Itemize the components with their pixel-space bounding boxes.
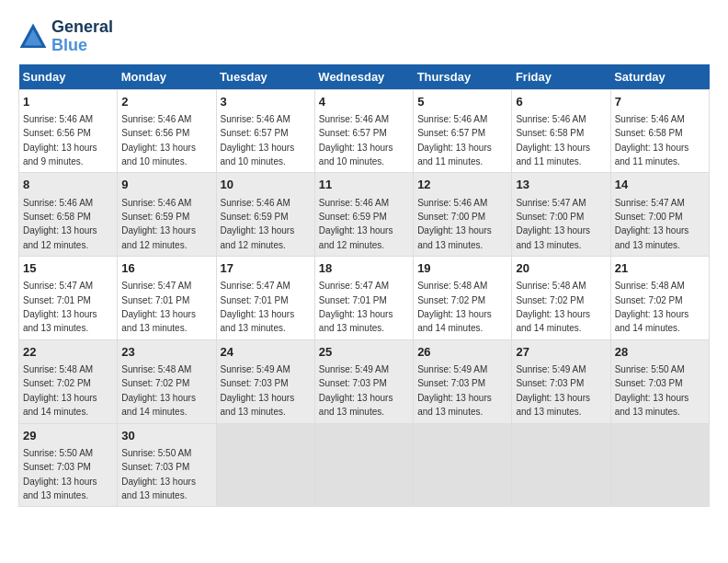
calendar-week-row: 1Sunrise: 5:46 AMSunset: 6:56 PMDaylight… — [19, 89, 710, 173]
cell-content: Sunrise: 5:46 AMSunset: 6:59 PMDaylight:… — [121, 198, 196, 250]
calendar-cell: 15Sunrise: 5:47 AMSunset: 7:01 PMDayligh… — [19, 257, 118, 340]
cell-content: Sunrise: 5:50 AMSunset: 7:03 PMDaylight:… — [23, 448, 97, 500]
calendar-cell: 1Sunrise: 5:46 AMSunset: 6:56 PMDaylight… — [19, 89, 118, 173]
calendar-cell — [314, 423, 413, 507]
cell-content: Sunrise: 5:48 AMSunset: 7:02 PMDaylight:… — [516, 281, 590, 333]
day-number: 7 — [615, 94, 705, 110]
calendar-cell: 24Sunrise: 5:49 AMSunset: 7:03 PMDayligh… — [216, 339, 314, 423]
calendar-cell: 13Sunrise: 5:47 AMSunset: 7:00 PMDayligh… — [512, 173, 610, 257]
cell-content: Sunrise: 5:47 AMSunset: 7:00 PMDaylight:… — [615, 198, 689, 250]
cell-content: Sunrise: 5:48 AMSunset: 7:02 PMDaylight:… — [121, 364, 196, 417]
calendar-cell: 17Sunrise: 5:47 AMSunset: 7:01 PMDayligh… — [216, 257, 314, 340]
calendar-cell: 9Sunrise: 5:46 AMSunset: 6:59 PMDaylight… — [118, 173, 216, 257]
day-number: 11 — [319, 177, 409, 193]
cell-content: Sunrise: 5:46 AMSunset: 6:56 PMDaylight:… — [23, 114, 97, 167]
cell-content: Sunrise: 5:48 AMSunset: 7:02 PMDaylight:… — [417, 281, 492, 333]
calendar-cell: 14Sunrise: 5:47 AMSunset: 7:00 PMDayligh… — [610, 173, 709, 257]
day-number: 17 — [221, 260, 311, 277]
calendar-cell: 5Sunrise: 5:46 AMSunset: 6:57 PMDaylight… — [414, 89, 512, 173]
calendar-cell: 10Sunrise: 5:46 AMSunset: 6:59 PMDayligh… — [216, 173, 314, 257]
cell-content: Sunrise: 5:46 AMSunset: 6:57 PMDaylight:… — [319, 114, 393, 167]
calendar-cell: 25Sunrise: 5:49 AMSunset: 7:03 PMDayligh… — [314, 339, 413, 423]
calendar-week-row: 8Sunrise: 5:46 AMSunset: 6:58 PMDaylight… — [19, 173, 710, 257]
cell-content: Sunrise: 5:46 AMSunset: 6:58 PMDaylight:… — [516, 114, 590, 167]
cell-content: Sunrise: 5:47 AMSunset: 7:01 PMDaylight:… — [121, 281, 196, 333]
day-number: 4 — [319, 94, 409, 110]
calendar-cell: 23Sunrise: 5:48 AMSunset: 7:02 PMDayligh… — [118, 339, 216, 423]
day-number: 25 — [319, 344, 409, 361]
calendar-body: 1Sunrise: 5:46 AMSunset: 6:56 PMDaylight… — [19, 89, 710, 507]
calendar-header-cell: Wednesday — [314, 64, 413, 90]
cell-content: Sunrise: 5:46 AMSunset: 6:57 PMDaylight:… — [221, 114, 295, 167]
calendar-week-row: 29Sunrise: 5:50 AMSunset: 7:03 PMDayligh… — [19, 423, 710, 507]
day-number: 16 — [121, 260, 211, 277]
day-number: 13 — [516, 177, 606, 193]
page-header: General Blue — [18, 18, 710, 55]
calendar-table: SundayMondayTuesdayWednesdayThursdayFrid… — [18, 64, 710, 508]
calendar-cell: 22Sunrise: 5:48 AMSunset: 7:02 PMDayligh… — [19, 339, 118, 423]
calendar-header-cell: Sunday — [19, 64, 118, 90]
calendar-cell: 8Sunrise: 5:46 AMSunset: 6:58 PMDaylight… — [19, 173, 118, 257]
day-number: 30 — [121, 428, 211, 444]
day-number: 20 — [516, 260, 606, 277]
calendar-week-row: 22Sunrise: 5:48 AMSunset: 7:02 PMDayligh… — [19, 339, 710, 423]
calendar-cell: 16Sunrise: 5:47 AMSunset: 7:01 PMDayligh… — [118, 257, 216, 340]
calendar-header-cell: Saturday — [610, 64, 709, 90]
day-number: 15 — [23, 260, 113, 277]
calendar-cell: 11Sunrise: 5:46 AMSunset: 6:59 PMDayligh… — [314, 173, 413, 257]
day-number: 14 — [615, 177, 705, 193]
logo-icon — [18, 22, 48, 52]
cell-content: Sunrise: 5:50 AMSunset: 7:03 PMDaylight:… — [615, 364, 689, 417]
calendar-cell: 7Sunrise: 5:46 AMSunset: 6:58 PMDaylight… — [610, 89, 709, 173]
day-number: 29 — [23, 428, 113, 444]
day-number: 1 — [23, 94, 113, 110]
cell-content: Sunrise: 5:47 AMSunset: 7:00 PMDaylight:… — [516, 198, 590, 250]
day-number: 6 — [516, 94, 606, 110]
day-number: 10 — [221, 177, 311, 193]
cell-content: Sunrise: 5:49 AMSunset: 7:03 PMDaylight:… — [516, 364, 590, 417]
calendar-cell: 6Sunrise: 5:46 AMSunset: 6:58 PMDaylight… — [512, 89, 610, 173]
calendar-cell: 26Sunrise: 5:49 AMSunset: 7:03 PMDayligh… — [414, 339, 512, 423]
calendar-cell — [610, 423, 709, 507]
calendar-cell: 4Sunrise: 5:46 AMSunset: 6:57 PMDaylight… — [314, 89, 413, 173]
calendar-week-row: 15Sunrise: 5:47 AMSunset: 7:01 PMDayligh… — [19, 257, 710, 340]
day-number: 28 — [615, 344, 705, 361]
cell-content: Sunrise: 5:49 AMSunset: 7:03 PMDaylight:… — [417, 364, 492, 417]
calendar-cell: 3Sunrise: 5:46 AMSunset: 6:57 PMDaylight… — [216, 89, 314, 173]
calendar-cell: 29Sunrise: 5:50 AMSunset: 7:03 PMDayligh… — [19, 423, 118, 507]
calendar-cell: 19Sunrise: 5:48 AMSunset: 7:02 PMDayligh… — [414, 257, 512, 340]
calendar-header-cell: Friday — [512, 64, 610, 90]
day-number: 27 — [516, 344, 606, 361]
cell-content: Sunrise: 5:46 AMSunset: 6:57 PMDaylight:… — [417, 114, 492, 167]
calendar-cell: 30Sunrise: 5:50 AMSunset: 7:03 PMDayligh… — [118, 423, 216, 507]
day-number: 23 — [121, 344, 211, 361]
cell-content: Sunrise: 5:50 AMSunset: 7:03 PMDaylight:… — [121, 448, 196, 500]
cell-content: Sunrise: 5:46 AMSunset: 6:59 PMDaylight:… — [221, 198, 295, 250]
calendar-header-cell: Monday — [118, 64, 216, 90]
cell-content: Sunrise: 5:49 AMSunset: 7:03 PMDaylight:… — [221, 364, 295, 417]
calendar-cell: 12Sunrise: 5:46 AMSunset: 7:00 PMDayligh… — [414, 173, 512, 257]
calendar-header-cell: Thursday — [414, 64, 512, 90]
calendar-cell — [216, 423, 314, 507]
cell-content: Sunrise: 5:49 AMSunset: 7:03 PMDaylight:… — [319, 364, 393, 417]
day-number: 12 — [417, 177, 507, 193]
calendar-cell: 2Sunrise: 5:46 AMSunset: 6:56 PMDaylight… — [118, 89, 216, 173]
cell-content: Sunrise: 5:46 AMSunset: 6:58 PMDaylight:… — [615, 114, 689, 167]
calendar-cell — [414, 423, 512, 507]
calendar-cell: 20Sunrise: 5:48 AMSunset: 7:02 PMDayligh… — [512, 257, 610, 340]
calendar-header-row: SundayMondayTuesdayWednesdayThursdayFrid… — [19, 64, 710, 90]
cell-content: Sunrise: 5:46 AMSunset: 7:00 PMDaylight:… — [417, 198, 492, 250]
day-number: 22 — [23, 344, 113, 361]
cell-content: Sunrise: 5:46 AMSunset: 6:58 PMDaylight:… — [23, 198, 97, 250]
cell-content: Sunrise: 5:48 AMSunset: 7:02 PMDaylight:… — [23, 364, 97, 417]
cell-content: Sunrise: 5:48 AMSunset: 7:02 PMDaylight:… — [615, 281, 689, 333]
logo: General Blue — [18, 18, 113, 55]
cell-content: Sunrise: 5:46 AMSunset: 6:59 PMDaylight:… — [319, 198, 393, 250]
cell-content: Sunrise: 5:47 AMSunset: 7:01 PMDaylight:… — [23, 281, 97, 333]
cell-content: Sunrise: 5:47 AMSunset: 7:01 PMDaylight:… — [221, 281, 295, 333]
day-number: 3 — [221, 94, 311, 110]
day-number: 21 — [615, 260, 705, 277]
cell-content: Sunrise: 5:47 AMSunset: 7:01 PMDaylight:… — [319, 281, 393, 333]
day-number: 19 — [417, 260, 507, 277]
day-number: 2 — [121, 94, 211, 110]
